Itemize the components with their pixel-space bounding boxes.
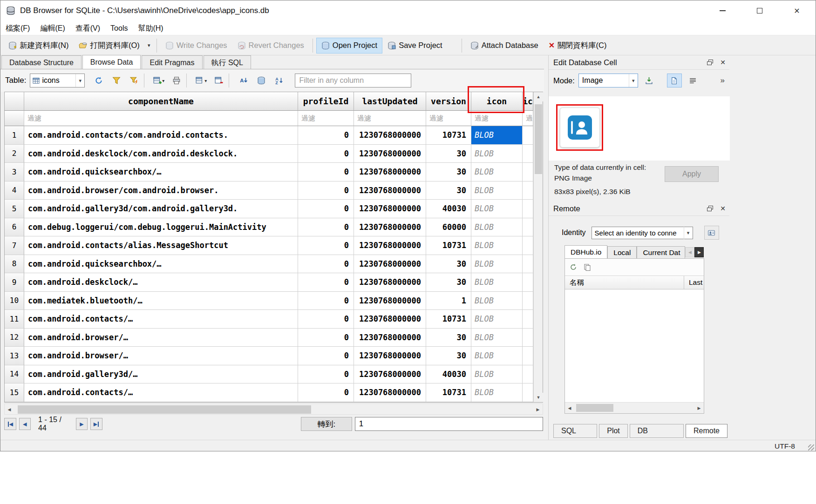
cell-componentname[interactable]: com.android.contacts/… <box>24 383 298 402</box>
row-number[interactable]: 14 <box>5 365 24 384</box>
row-number[interactable]: 8 <box>5 255 24 274</box>
header-componentname[interactable]: componentName <box>24 92 298 111</box>
tab-plot[interactable]: Plot <box>599 424 628 438</box>
cell-profileid[interactable]: 0 <box>298 255 354 274</box>
cell-profileid[interactable]: 0 <box>298 383 354 402</box>
tab-execute-sql[interactable]: 執行 SQL <box>204 55 251 69</box>
cell-componentname[interactable]: com.android.browser/… <box>24 347 298 365</box>
vertical-scrollbar-thumb[interactable] <box>535 104 542 174</box>
tab-current-database[interactable]: Current Dat <box>637 246 685 258</box>
cell-componentname[interactable]: com.android.quicksearchbox/… <box>24 163 298 181</box>
menu-tools[interactable]: Tools <box>105 21 133 35</box>
header-icon[interactable]: icon <box>471 92 523 111</box>
remote-header-name[interactable]: 名稱 <box>565 276 684 289</box>
resize-grip[interactable] <box>808 444 814 450</box>
last-page-button[interactable]: ▶ <box>90 418 102 430</box>
cell-extra[interactable] <box>523 236 533 255</box>
cell-icon-blob[interactable]: BLOB <box>471 145 523 163</box>
cell-profileid[interactable]: 0 <box>298 365 354 384</box>
cell-profileid[interactable]: 0 <box>298 310 354 329</box>
open-project-button[interactable]: Open Project <box>316 38 382 54</box>
cell-extra[interactable] <box>523 181 533 200</box>
remote-horizontal-scrollbar[interactable]: ◀ ▶ <box>565 402 704 413</box>
close-database-button[interactable]: ✕ 關閉資料庫(C) <box>544 38 612 54</box>
cell-componentname[interactable]: com.android.browser/… <box>24 329 298 347</box>
print-button[interactable] <box>170 74 183 87</box>
attach-database-button[interactable]: Attach Database <box>465 38 544 54</box>
cell-profileid[interactable]: 0 <box>298 347 354 365</box>
row-number[interactable]: 13 <box>5 347 24 365</box>
remote-table-body[interactable] <box>565 289 704 402</box>
cell-profileid[interactable]: 0 <box>298 181 354 200</box>
tab-database-structure[interactable]: Database Structure <box>1 55 82 69</box>
new-database-button[interactable]: 新建資料庫(N) <box>3 38 74 54</box>
tab-scroll-right-button[interactable]: ▶ <box>694 247 704 257</box>
conditional-filter-button[interactable] <box>128 74 141 87</box>
scroll-left-button[interactable]: ◀ <box>565 403 574 413</box>
cell-version[interactable]: 10731 <box>426 310 471 329</box>
cell-profileid[interactable]: 0 <box>298 236 354 255</box>
scroll-down-button[interactable]: ▼ <box>534 393 543 402</box>
cell-componentname[interactable]: com.mediatek.bluetooth/… <box>24 292 298 310</box>
tab-remote[interactable]: Remote <box>686 424 728 438</box>
menu-help[interactable]: 幫助(H) <box>133 21 168 35</box>
tab-local[interactable]: Local <box>607 246 637 258</box>
cell-lastupdated[interactable]: 1230768000000 <box>354 365 426 384</box>
cell-lastupdated[interactable]: 1230768000000 <box>354 163 426 181</box>
header-profileid[interactable]: profileId <box>298 92 354 111</box>
cell-version[interactable]: 30 <box>426 347 471 365</box>
row-number[interactable]: 15 <box>5 383 24 402</box>
cell-lastupdated[interactable]: 1230768000000 <box>354 126 426 145</box>
cell-componentname[interactable]: com.android.contacts/… <box>24 310 298 329</box>
cell-icon-blob[interactable]: BLOB <box>471 200 523 218</box>
cell-icon-blob[interactable]: BLOB <box>471 181 523 200</box>
cell-lastupdated[interactable]: 1230768000000 <box>354 383 426 402</box>
filter-icon-column[interactable]: 過濾 <box>471 111 523 126</box>
row-number[interactable]: 6 <box>5 218 24 237</box>
open-database-dropdown[interactable]: ▾ <box>145 38 153 54</box>
refresh-icon[interactable] <box>570 263 577 271</box>
cell-lastupdated[interactable]: 1230768000000 <box>354 218 426 237</box>
filter-componentname[interactable]: 過濾 <box>24 111 298 126</box>
identity-selector[interactable]: Select an identity to conne ▾ <box>592 227 693 239</box>
cell-icon-blob[interactable]: BLOB <box>471 347 523 365</box>
row-number[interactable]: 9 <box>5 273 24 292</box>
blob-image[interactable] <box>560 108 600 148</box>
insert-record-button[interactable]: ▾ <box>152 74 165 87</box>
cell-extra[interactable] <box>523 200 533 218</box>
cell-componentname[interactable]: com.android.deskclock/… <box>24 273 298 292</box>
mode-selector[interactable]: Image ▾ <box>578 74 638 87</box>
text-view-button[interactable] <box>667 74 682 87</box>
cell-lastupdated[interactable]: 1230768000000 <box>354 347 426 365</box>
cell-componentname[interactable]: com.android.gallery3d/com.android.galler… <box>24 200 298 218</box>
apply-button[interactable]: Apply <box>665 166 719 182</box>
cell-icon-blob[interactable]: BLOB <box>471 292 523 310</box>
close-button[interactable]: ✕ <box>783 0 811 21</box>
scroll-left-button[interactable]: ◀ <box>5 404 14 414</box>
minimize-button[interactable] <box>708 0 736 21</box>
tab-dbhub[interactable]: DBHub.io <box>564 245 607 258</box>
previous-page-button[interactable]: ◀ <box>19 418 31 430</box>
tab-edit-pragmas[interactable]: Edit Pragmas <box>142 55 202 69</box>
row-number[interactable]: 1 <box>5 126 24 145</box>
table-selector[interactable]: icons ▾ <box>30 74 85 87</box>
cell-extra[interactable] <box>523 347 533 365</box>
cell-lastupdated[interactable]: 1230768000000 <box>354 310 426 329</box>
cell-extra[interactable] <box>523 145 533 163</box>
next-page-button[interactable]: ▶ <box>76 418 88 430</box>
cell-icon-blob[interactable]: BLOB <box>471 310 523 329</box>
tab-db-schema[interactable]: DB Schema <box>630 424 684 438</box>
sort-ascending-button[interactable]: A <box>237 74 250 87</box>
cell-profileid[interactable]: 0 <box>298 145 354 163</box>
close-panel-button[interactable]: ✕ <box>716 56 729 68</box>
cell-extra[interactable] <box>523 218 533 237</box>
tab-sql-log[interactable]: SQL Log <box>553 424 597 438</box>
cell-version[interactable]: 40030 <box>426 200 471 218</box>
identity-settings-button[interactable] <box>704 226 719 240</box>
filter-version[interactable]: 過濾 <box>426 111 471 126</box>
cell-componentname[interactable]: com.android.quicksearchbox/… <box>24 255 298 274</box>
cell-extra[interactable] <box>523 273 533 292</box>
scroll-right-button[interactable]: ▶ <box>533 404 543 414</box>
filter-clipped[interactable]: 過濾 <box>523 111 533 126</box>
cell-componentname[interactable]: com.android.deskclock/com.android.deskcl… <box>24 145 298 163</box>
